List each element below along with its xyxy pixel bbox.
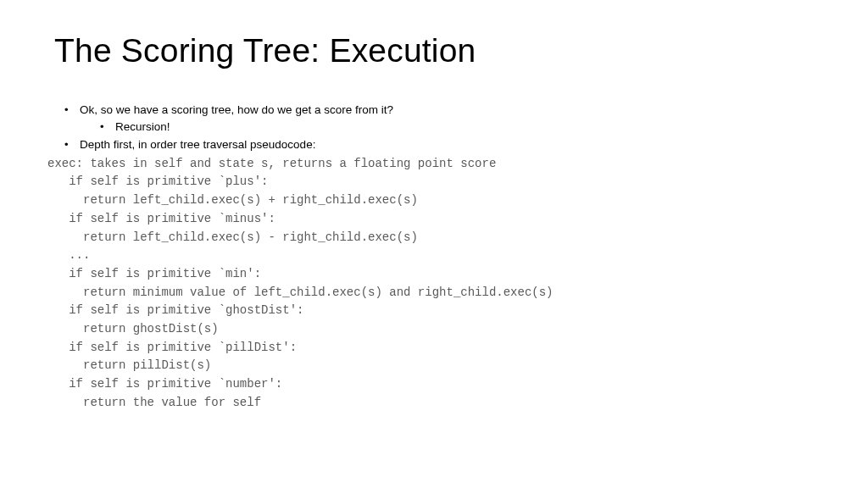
sub-bullet-list: Recursion!: [80, 119, 814, 136]
code-line: return minimum value of left_child.exec(…: [47, 286, 554, 299]
code-line: if self is primitive `minus':: [47, 212, 275, 225]
sub-bullet-text: Recursion!: [115, 120, 170, 133]
slide-title: The Scoring Tree: Execution: [54, 32, 814, 69]
bullet-list: Ok, so we have a scoring tree, how do we…: [54, 102, 814, 153]
bullet-text: Ok, so we have a scoring tree, how do we…: [80, 103, 393, 116]
sub-bullet-item: Recursion!: [100, 119, 814, 136]
slide-content: Ok, so we have a scoring tree, how do we…: [54, 102, 814, 412]
code-line: return pillDist(s): [47, 358, 211, 372]
code-line: return left_child.exec(s) + right_child.…: [47, 193, 418, 207]
code-line: ...: [47, 248, 90, 262]
bullet-item: Depth first, in order tree traversal pse…: [64, 136, 814, 153]
bullet-item: Ok, so we have a scoring tree, how do we…: [64, 102, 814, 136]
code-line: if self is primitive `plus':: [47, 175, 268, 188]
code-line: if self is primitive `pillDist':: [47, 341, 297, 354]
code-line: return ghostDist(s): [47, 322, 219, 336]
code-line: if self is primitive `ghostDist':: [47, 303, 303, 317]
code-line: return the value for self: [47, 396, 261, 409]
code-line: return left_child.exec(s) - right_child.…: [47, 230, 418, 244]
code-line: exec: takes in self and state s, returns…: [47, 157, 496, 170]
code-line: if self is primitive `min':: [47, 267, 261, 280]
bullet-text: Depth first, in order tree traversal pse…: [80, 138, 315, 151]
code-line: if self is primitive `number':: [47, 377, 282, 391]
pseudocode-block: exec: takes in self and state s, returns…: [47, 155, 814, 413]
